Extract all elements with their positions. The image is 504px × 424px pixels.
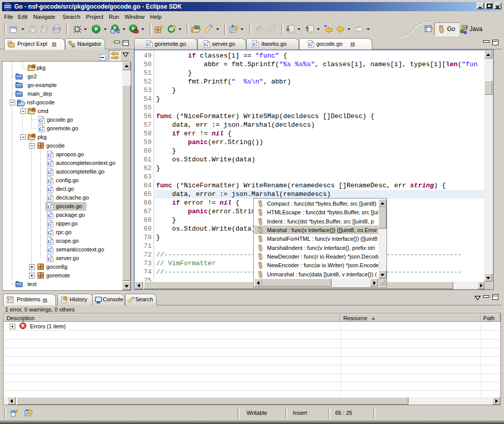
svg-text:J: J xyxy=(465,24,468,30)
